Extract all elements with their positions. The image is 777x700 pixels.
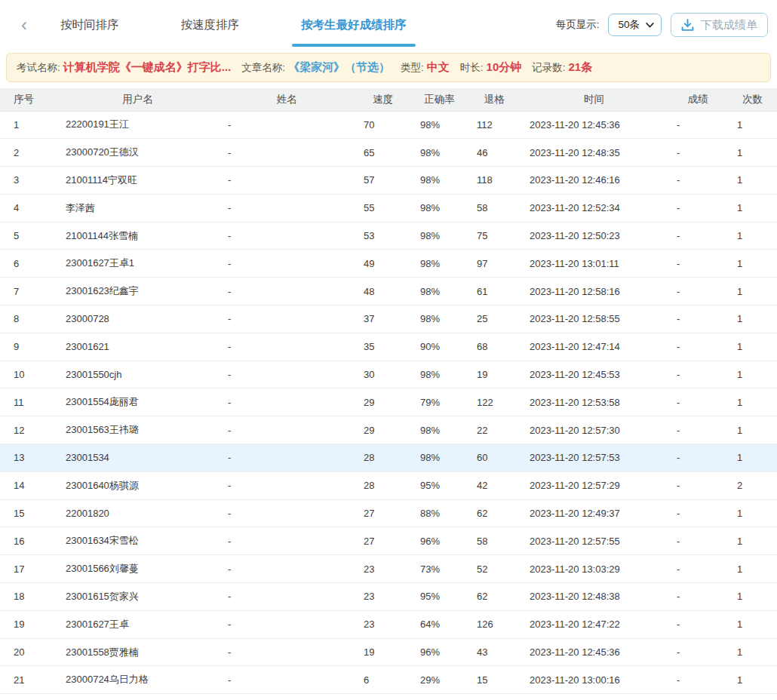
cell-time: 2023-11-20 13:03:29 [521,555,668,583]
table-row[interactable]: 321001114宁双旺-5798%1182023-11-20 12:46:16… [0,167,777,195]
cell-score: - [668,361,728,388]
cell-username: 23000724乌日力格 [57,666,219,694]
table-row[interactable]: 1123001554庞丽君-2979%1222023-11-20 12:53:5… [0,388,777,416]
cell-attempts: 1 [728,610,777,638]
cell-username: 21001114宁双旺 [57,167,219,195]
table-row[interactable]: 122200191王江-7098%1122023-11-20 12:45:36-… [0,111,777,139]
cell-score: - [668,111,728,139]
cell-time: 2023-11-20 12:45:36 [521,111,668,139]
cell-backspace: 126 [468,610,521,638]
article-name-segment: 文章名称: 《梁家河》（节选） [241,60,390,75]
cell-score: - [668,583,728,611]
table-row[interactable]: 1023001550cjh-3098%192023-11-20 12:45:53… [0,361,777,388]
records-value: 21条 [569,60,593,75]
cell-attempts: 1 [728,361,777,388]
cell-name: - [219,111,355,139]
page-size-select[interactable]: 50条 [608,14,662,36]
table-row[interactable]: 2123000724乌日力格-629%152023-11-20 13:00:16… [0,666,777,694]
cell-username: 23001627王卓 [57,610,219,638]
cell-accuracy: 79% [411,388,468,416]
cell-time: 2023-11-20 12:47:22 [521,610,668,638]
cell-index: 16 [0,527,57,555]
cell-attempts: 1 [728,583,777,611]
top-right-controls: 每页显示: 50条 下载成绩单 [556,13,768,37]
cell-score: - [668,222,728,250]
cell-time: 2023-11-20 12:48:35 [521,139,668,167]
cell-time: 2023-11-20 12:57:55 [521,527,668,555]
cell-time: 2023-11-20 12:57:53 [521,444,668,472]
cell-name: - [219,638,355,666]
cell-name: - [219,250,355,278]
cell-index: 7 [0,278,57,305]
table-row[interactable]: 623001627王卓1-4998%972023-11-20 13:01:11-… [0,250,777,278]
cell-accuracy: 96% [411,638,468,666]
cell-backspace: 43 [468,638,521,666]
table-row[interactable]: 521001144张雪楠-5398%752023-11-20 12:50:23-… [0,222,777,250]
cell-username: 23001566刘馨蔓 [57,555,219,583]
cell-backspace: 60 [468,444,521,472]
cell-accuracy: 98% [411,444,468,472]
table-row[interactable]: 1323001534-2898%602023-11-20 12:57:53-1 [0,444,777,472]
cell-time: 2023-11-20 12:47:14 [521,333,668,361]
cell-name: - [219,555,355,583]
tab-sort-by-time[interactable]: 按时间排序 [59,0,121,50]
cell-attempts: 1 [728,388,777,416]
table-row[interactable]: 4李泽茜-5598%582023-11-20 12:52:34-1 [0,194,777,222]
cell-time: 2023-11-20 12:46:16 [521,167,668,195]
cell-name: - [219,278,355,305]
table-row[interactable]: 1823001615贺家兴-2395%622023-11-20 12:48:38… [0,583,777,611]
cell-score: - [668,555,728,583]
download-button[interactable]: 下载成绩单 [671,13,768,37]
cell-attempts: 1 [728,444,777,472]
cell-attempts: 1 [728,278,777,305]
cell-speed: 19 [355,638,411,666]
cell-username: 23001554庞丽君 [57,388,219,416]
table-row[interactable]: 1923001627王卓-2364%1262023-11-20 12:47:22… [0,610,777,638]
type-value: 中文 [427,60,450,75]
cell-attempts: 1 [728,194,777,222]
table-row[interactable]: 2023001558贾雅楠-1996%432023-11-20 12:45:36… [0,638,777,666]
table-row[interactable]: 1423001640杨骐源-2895%422023-11-20 12:57:29… [0,471,777,499]
table-row[interactable]: 1723001566刘馨蔓-2373%522023-11-20 13:03:29… [0,555,777,583]
tab-sort-by-best-score[interactable]: 按考生最好成绩排序 [299,0,408,50]
cell-backspace: 19 [468,361,521,388]
type-segment: 类型: 中文 [401,60,450,75]
cell-score: - [668,638,728,666]
table-header-row: 序号用户名姓名速度正确率退格时间成绩次数 [0,88,777,111]
cell-accuracy: 98% [411,139,468,167]
cell-speed: 29 [355,388,411,416]
column-header-attempts: 次数 [728,88,777,111]
cell-accuracy: 95% [411,471,468,499]
page-size-label: 每页显示: [556,18,600,32]
table-row[interactable]: 1522001820-2788%622023-11-20 12:49:37-1 [0,499,777,527]
back-icon[interactable]: ‹ [21,16,27,34]
table-row[interactable]: 723001623纪鑫宇-4898%612023-11-20 12:58:16-… [0,278,777,305]
cell-score: - [668,471,728,499]
cell-name: - [219,194,355,222]
table-row[interactable]: 823000728-3798%252023-11-20 12:58:55-1 [0,305,777,333]
cell-accuracy: 29% [411,666,468,694]
page-size-value: 50条 [618,18,640,32]
cell-name: - [219,471,355,499]
cell-score: - [668,139,728,167]
duration-value: 10分钟 [487,60,522,75]
cell-backspace: 112 [468,111,521,139]
tab-sort-by-speed[interactable]: 按速度排序 [180,0,241,50]
article-name-value: 《梁家河》（节选） [288,60,390,75]
cell-time: 2023-11-20 13:01:11 [521,250,668,278]
cell-index: 15 [0,499,57,527]
cell-index: 13 [0,444,57,472]
table-row[interactable]: 223000720王德汉-6598%462023-11-20 12:48:35-… [0,139,777,167]
cell-backspace: 58 [468,527,521,555]
cell-accuracy: 98% [411,416,468,444]
cell-accuracy: 98% [411,278,468,305]
table-row[interactable]: 923001621-3590%682023-11-20 12:47:14-1 [0,333,777,361]
table-row[interactable]: 1623001634宋雪松-2796%582023-11-20 12:57:55… [0,527,777,555]
table-row[interactable]: 1223001563王祎璐-2998%222023-11-20 12:57:30… [0,416,777,444]
column-header-accuracy: 正确率 [411,88,468,111]
cell-accuracy: 98% [411,111,468,139]
cell-username: 23001563王祎璐 [57,416,219,444]
cell-speed: 70 [355,111,411,139]
cell-accuracy: 95% [411,583,468,611]
cell-speed: 53 [355,222,411,250]
